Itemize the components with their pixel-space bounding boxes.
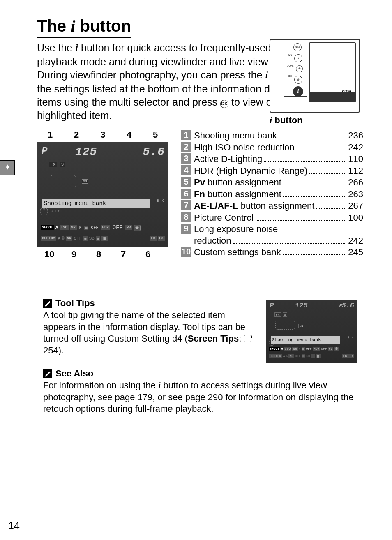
callout: 1: [37, 129, 63, 140]
hdr-off: OFF: [111, 224, 124, 231]
iso-tag: ISO: [60, 225, 69, 230]
see-also-heading: See Also: [43, 368, 357, 379]
sd-label: SD: [89, 236, 95, 241]
tool-tips-box: Tool Tips A tool tip giving the name of …: [37, 293, 363, 421]
camera-diagram: MENU WB ✦ QUAL ⊕ ISO ⊖ i Nikon i button: [270, 39, 360, 126]
list-item: 5Pv button assignment266: [181, 177, 363, 188]
mid-section: 1 2 3 4 5 P 125 F 5.6 FX S ON ? Sho: [37, 129, 363, 260]
list-item: 3Active D-Lighting110: [181, 153, 363, 165]
list-item-subline: reduction242: [194, 235, 363, 246]
ael-icon: ⦿: [134, 225, 141, 231]
s-badge: S: [60, 162, 65, 167]
wb-label: WB: [288, 53, 292, 56]
manual-page: The i button MENU WB ✦ QUAL ⊕ ISO ⊖ i Ni…: [0, 0, 392, 540]
title-i-glyph: i: [71, 17, 75, 35]
list-item: 7AE-L/AF-L button assignment267: [181, 200, 363, 212]
lcd-display: P 125 F 5.6 FX S ON ? Shooting menu bank…: [37, 142, 168, 247]
shutter-speed: 125: [75, 145, 97, 158]
callout: 5: [142, 129, 168, 140]
qual-label: QUAL: [287, 65, 293, 67]
aperture: 5.6: [143, 145, 165, 158]
mini-k: ▮ k: [348, 335, 353, 339]
brand-label: Nikon: [342, 89, 351, 92]
meter-icon: [51, 175, 76, 187]
ok-icon: OK: [220, 100, 228, 108]
book-icon: [244, 337, 251, 342]
qual-button-icon: ⊕: [296, 65, 303, 72]
adl-off: OFF: [90, 226, 99, 230]
list-item: 9Long exposure noise: [181, 224, 363, 235]
iso-button-icon: ⊖: [294, 76, 302, 84]
copyright-icon: ©: [62, 236, 65, 241]
mini-on: ON: [298, 324, 304, 328]
title-suffix: button: [75, 17, 131, 35]
help-icon: ?: [40, 207, 48, 215]
callout: 3: [90, 129, 116, 140]
callout: 8: [86, 249, 111, 260]
callout: 10: [37, 249, 62, 260]
iso-label: ISO: [288, 75, 292, 77]
list-item: 2High ISO noise reduction242: [181, 142, 363, 153]
callout: 2: [63, 129, 90, 140]
mini-fx: FX: [274, 312, 281, 317]
mini-s: S: [283, 312, 287, 317]
list-item: 10Custom settings bank245: [181, 247, 363, 258]
camera-body: MENU WB ✦ QUAL ⊕ ISO ⊖ i Nikon: [270, 39, 360, 113]
auto-label: AUTO: [51, 210, 60, 214]
callouts-top: 1 2 3 4 5: [37, 129, 168, 140]
on-badge: ON: [82, 179, 88, 184]
lcd-tooltip: Shooting menu bank: [42, 199, 150, 208]
list-item: 6Fn button assignment263: [181, 189, 363, 200]
mini-tooltip: Shooting menu bank: [271, 336, 340, 344]
tool-tips-heading: Tool Tips: [43, 298, 259, 309]
caption-text: button: [272, 115, 303, 125]
page-number: 14: [8, 520, 20, 532]
fn-tag: Fn: [150, 236, 157, 241]
i-button-icon: i: [293, 86, 303, 97]
callouts-bottom: 10 9 8 7 6: [37, 249, 160, 260]
custom-tag: CUSTOM: [41, 236, 56, 241]
pencil-icon: [43, 369, 52, 378]
list-item: 8Picture Control100: [181, 212, 363, 224]
pencil-icon: [43, 299, 52, 308]
pv-tag: Pv: [125, 225, 132, 230]
mini-meter: [275, 321, 295, 330]
page-title: The i button: [37, 16, 131, 38]
hdr-tag: HDR: [101, 225, 110, 230]
callout: 4: [116, 129, 142, 140]
mini-row-custom: CUSTOMA © NROFF ⊞SD ⊞ 🗑 Fn FX: [269, 354, 354, 358]
nr2-tag: NR: [66, 236, 73, 241]
fx-badge: FX: [49, 162, 57, 167]
mini-row-shoot: SHOOTA ISONR N ▦OFF HDROFF Pv ⦿: [269, 347, 354, 351]
camera-caption: i button: [270, 115, 360, 126]
nr-tag: NR: [70, 225, 77, 230]
bank-a: A: [55, 225, 58, 230]
mini-mode: P: [270, 302, 274, 309]
lcd-row-custom: CUSTOM A © NROFF ⊞SD ⊞ 🗑 Fn FX: [41, 233, 165, 243]
n-label: N: [78, 226, 83, 230]
mode-indicator: P: [42, 145, 48, 157]
mini-lcd: P 125 F 5.6 FX S ON ? Shooting menu bank…: [266, 300, 357, 363]
callout: 7: [111, 249, 136, 260]
menu-button-icon: MENU: [293, 43, 302, 51]
shoot-tag: SHOOT: [41, 225, 54, 230]
callout: 9: [62, 249, 86, 260]
feature-list: 1Shooting menu bank236 2High ISO noise r…: [181, 129, 363, 260]
camera-screen: [309, 42, 356, 102]
fx2-tag: FX: [158, 236, 165, 241]
tool-tips-body: A tool tip giving the name of the select…: [43, 309, 259, 356]
lcd-column: 1 2 3 4 5 P 125 F 5.6 FX S ON ? Sho: [37, 129, 168, 260]
list-item: 1Shooting menu bank236: [181, 130, 363, 141]
pic-icon: ⊞: [96, 236, 100, 241]
list-item: 4HDR (High Dynamic Range)112: [181, 165, 363, 177]
off2: OFF: [74, 236, 82, 241]
trash-icon: 🗑: [101, 236, 108, 241]
title-prefix: The: [37, 17, 71, 35]
mini-aperture: 5.6: [341, 302, 354, 309]
see-also-body: For information on using the i button to…: [43, 380, 357, 415]
mini-shutter: 125: [295, 302, 308, 309]
side-tab-icon: ✦: [0, 160, 15, 175]
wb-button-icon: ✦: [294, 54, 302, 62]
callout: 6: [136, 249, 160, 260]
lcd-row-shoot: SHOOT A ISONR N ▦OFF HDR OFF Pv ⦿: [41, 223, 165, 233]
